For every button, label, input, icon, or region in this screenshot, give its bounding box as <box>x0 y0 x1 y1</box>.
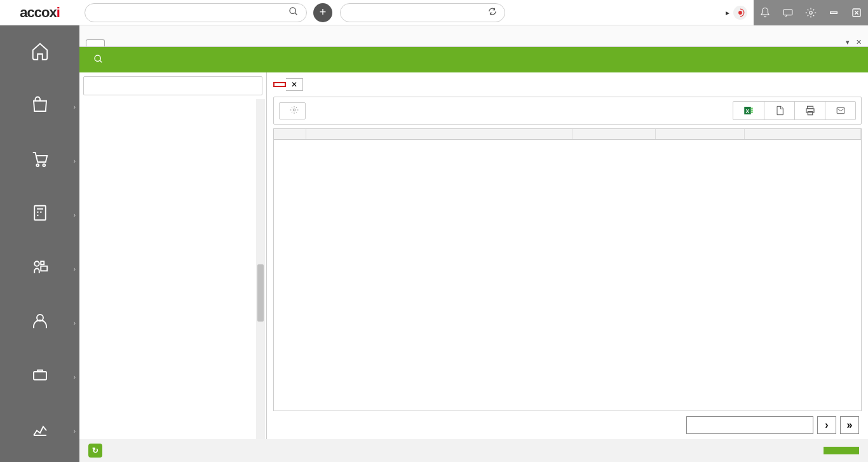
pager-last-icon[interactable]: » <box>840 416 859 434</box>
scrollbar-thumb[interactable] <box>257 264 264 322</box>
reports-tree[interactable] <box>79 99 266 439</box>
col-uom[interactable] <box>573 129 655 140</box>
svg-point-2 <box>738 11 742 15</box>
close-icon[interactable] <box>845 0 868 25</box>
svg-line-1 <box>295 13 297 15</box>
company-label[interactable]: ▸ <box>722 6 747 20</box>
customize-button[interactable] <box>279 102 306 119</box>
doc-tab-active[interactable] <box>273 82 286 87</box>
svg-point-9 <box>36 164 39 166</box>
exit-button[interactable] <box>824 447 859 454</box>
svg-rect-17 <box>41 266 47 271</box>
svg-point-0 <box>290 8 295 13</box>
search-icon <box>93 54 104 66</box>
reports-panel <box>79 72 267 439</box>
nav-purchase[interactable]: › <box>0 133 79 187</box>
minimize-icon[interactable] <box>822 0 845 25</box>
svg-line-23 <box>100 60 102 62</box>
gear-icon[interactable] <box>799 0 822 25</box>
svg-point-4 <box>810 11 813 14</box>
svg-rect-5 <box>831 11 837 13</box>
main: ▾ ✕ ✕ <box>79 25 868 462</box>
nav-sales[interactable]: › <box>0 79 79 133</box>
nav-inventory[interactable]: › <box>0 241 79 296</box>
add-button[interactable]: + <box>313 3 332 22</box>
report-content: ✕ X <box>267 72 868 439</box>
svg-point-24 <box>293 109 295 111</box>
global-search-input[interactable] <box>93 8 288 17</box>
nav-dashboard[interactable] <box>0 25 79 79</box>
svg-rect-29 <box>751 112 753 113</box>
svg-rect-3 <box>783 9 792 15</box>
svg-text:X: X <box>746 109 750 114</box>
svg-point-22 <box>95 55 100 61</box>
col-amount[interactable] <box>744 129 861 140</box>
company-avatar-icon <box>733 6 747 20</box>
nav-customer[interactable]: › <box>0 296 79 350</box>
svg-rect-11 <box>34 205 46 220</box>
titlebar-icons <box>754 0 868 25</box>
nav-reports[interactable]: › <box>0 404 79 458</box>
pager-next-icon[interactable]: › <box>817 416 836 434</box>
footer: ↻ <box>79 439 868 462</box>
doc-tab-close-icon[interactable]: ✕ <box>286 78 303 91</box>
svg-rect-33 <box>837 107 844 113</box>
logo: accoxi <box>0 0 79 25</box>
svg-rect-20 <box>34 372 46 380</box>
footer-logo-icon: ↻ <box>88 444 102 458</box>
panel-close-icon[interactable]: ✕ <box>856 38 862 46</box>
left-nav: › › › › › › › <box>0 25 79 462</box>
col-index[interactable] <box>274 129 306 140</box>
scrollbar[interactable] <box>256 99 265 439</box>
gear-icon <box>290 105 299 116</box>
bell-icon[interactable] <box>754 0 776 25</box>
svg-rect-27 <box>751 108 753 109</box>
greenbar <box>79 47 868 72</box>
tab-reports[interactable] <box>86 39 105 46</box>
export-buttons: X <box>733 101 856 120</box>
svg-point-16 <box>34 261 39 266</box>
table-header <box>274 129 861 140</box>
svg-rect-32 <box>808 112 813 115</box>
pager: › » <box>273 411 862 439</box>
chat-icon[interactable] <box>776 0 799 25</box>
col-qty[interactable] <box>655 129 744 140</box>
export-excel-icon[interactable]: X <box>733 102 764 119</box>
nav-supplier[interactable]: › <box>0 350 79 404</box>
tabbar: ▾ ✕ <box>79 25 868 47</box>
panel-controls: ▾ ✕ <box>846 38 868 46</box>
print-icon[interactable] <box>794 102 825 119</box>
data-grid <box>273 128 862 411</box>
branch-selector[interactable] <box>340 3 505 22</box>
search-reports-input[interactable] <box>83 76 262 95</box>
nav-accounts[interactable]: › <box>0 187 79 241</box>
svg-rect-28 <box>751 110 753 111</box>
global-search[interactable] <box>85 3 307 22</box>
email-icon[interactable] <box>825 102 855 119</box>
export-pdf-icon[interactable] <box>764 102 794 119</box>
svg-point-10 <box>43 164 45 166</box>
svg-rect-18 <box>41 261 44 264</box>
search-icon <box>288 6 299 18</box>
pager-status <box>686 416 813 434</box>
refresh-icon[interactable] <box>488 7 497 18</box>
panel-dropdown-icon[interactable]: ▾ <box>846 38 850 46</box>
col-item-name[interactable] <box>306 129 573 140</box>
report-toolbar: X <box>273 97 862 125</box>
topbar: accoxi + ▸ <box>0 0 868 25</box>
